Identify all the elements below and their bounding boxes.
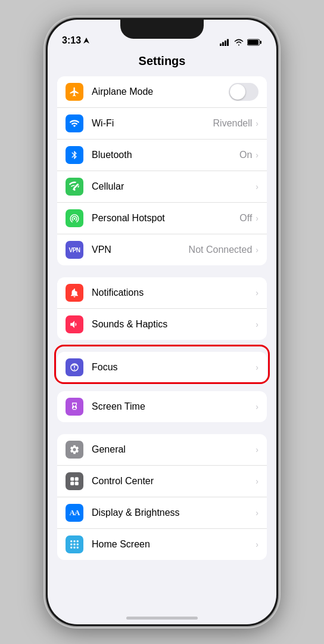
svg-rect-3 bbox=[225, 41, 226, 46]
status-time: 3:13 bbox=[62, 35, 89, 46]
svg-rect-2 bbox=[222, 42, 224, 47]
status-icons bbox=[220, 39, 262, 46]
focus-row[interactable]: Focus › bbox=[57, 352, 267, 383]
sounds-icon bbox=[66, 315, 83, 333]
control-center-chevron: › bbox=[256, 476, 258, 486]
screentime-chevron: › bbox=[256, 402, 258, 411]
time-display: 3:13 bbox=[62, 35, 81, 46]
svg-rect-15 bbox=[74, 540, 76, 542]
vpn-label: VPN bbox=[92, 244, 189, 255]
svg-rect-10 bbox=[70, 477, 74, 481]
bluetooth-chevron: › bbox=[256, 150, 258, 160]
notifications-row[interactable]: Notifications › bbox=[57, 277, 267, 309]
svg-rect-17 bbox=[70, 544, 72, 546]
sounds-chevron: › bbox=[256, 320, 258, 329]
airplane-mode-row[interactable]: Airplane Mode bbox=[57, 76, 267, 108]
svg-rect-21 bbox=[74, 547, 76, 549]
wifi-icon bbox=[66, 114, 83, 132]
svg-rect-7 bbox=[260, 41, 262, 44]
bluetooth-row[interactable]: Bluetooth On › bbox=[57, 140, 267, 171]
svg-rect-12 bbox=[70, 482, 74, 485]
wifi-status-icon bbox=[234, 39, 244, 46]
bluetooth-label: Bluetooth bbox=[92, 150, 239, 160]
display-chevron: › bbox=[256, 508, 258, 518]
settings-content: Settings Airplane Mode bbox=[48, 49, 276, 624]
svg-rect-4 bbox=[227, 39, 229, 47]
notifications-section: Notifications › Sounds & Haptics › bbox=[57, 277, 267, 340]
bluetooth-icon bbox=[66, 146, 83, 164]
control-center-row[interactable]: Control Center › bbox=[57, 466, 267, 497]
battery-icon bbox=[247, 39, 262, 46]
screentime-label: Screen Time bbox=[92, 401, 256, 412]
homescreen-label: Home Screen bbox=[92, 539, 256, 550]
control-center-icon bbox=[66, 472, 83, 490]
control-center-label: Control Center bbox=[92, 476, 256, 487]
hotspot-chevron: › bbox=[256, 213, 258, 223]
phone-screen: 3:13 bbox=[48, 20, 276, 624]
svg-rect-16 bbox=[77, 540, 79, 542]
svg-rect-6 bbox=[248, 40, 258, 45]
cellular-icon bbox=[66, 178, 83, 196]
svg-rect-1 bbox=[220, 44, 222, 46]
notifications-icon bbox=[66, 284, 83, 302]
home-indicator bbox=[126, 617, 198, 620]
wifi-value: Rivendell bbox=[213, 118, 253, 129]
svg-point-9 bbox=[75, 288, 79, 292]
hotspot-icon bbox=[66, 209, 83, 227]
svg-rect-13 bbox=[75, 482, 79, 485]
homescreen-row[interactable]: Home Screen › bbox=[57, 529, 267, 560]
cellular-chevron: › bbox=[256, 182, 258, 191]
focus-label: Focus bbox=[92, 362, 256, 373]
svg-rect-20 bbox=[70, 547, 72, 549]
general-icon bbox=[66, 441, 83, 459]
signal-icon bbox=[220, 39, 230, 46]
vpn-icon: VPN bbox=[66, 241, 83, 259]
phone-frame: 3:13 bbox=[46, 18, 278, 626]
system-section: General › Control Center › bbox=[57, 434, 267, 560]
svg-rect-18 bbox=[74, 544, 76, 546]
vpn-row[interactable]: VPN VPN Not Connected › bbox=[57, 234, 267, 265]
display-icon: AA bbox=[66, 504, 83, 522]
hotspot-value: Off bbox=[239, 213, 252, 224]
focus-icon bbox=[66, 358, 83, 376]
hotspot-label: Personal Hotspot bbox=[92, 213, 239, 224]
notifications-label: Notifications bbox=[92, 287, 256, 298]
general-row[interactable]: General › bbox=[57, 434, 267, 466]
display-label: Display & Brightness bbox=[92, 507, 256, 518]
svg-point-8 bbox=[74, 189, 76, 191]
airplane-label: Airplane Mode bbox=[92, 86, 229, 97]
notifications-chevron: › bbox=[256, 288, 258, 298]
screentime-icon bbox=[66, 398, 83, 416]
svg-rect-11 bbox=[75, 477, 79, 481]
general-label: General bbox=[92, 444, 256, 455]
focus-chevron: › bbox=[256, 363, 258, 372]
airplane-icon bbox=[66, 83, 83, 101]
general-chevron: › bbox=[256, 445, 258, 454]
homescreen-icon bbox=[66, 535, 83, 553]
connectivity-section: Airplane Mode Wi-Fi Rivendell › bbox=[57, 76, 267, 265]
airplane-toggle[interactable] bbox=[229, 83, 258, 101]
svg-rect-14 bbox=[70, 540, 72, 542]
page-title: Settings bbox=[48, 49, 276, 76]
sounds-row[interactable]: Sounds & Haptics › bbox=[57, 309, 267, 340]
vpn-chevron: › bbox=[256, 245, 258, 255]
bluetooth-value: On bbox=[239, 150, 252, 160]
svg-rect-19 bbox=[77, 544, 79, 546]
hotspot-row[interactable]: Personal Hotspot Off › bbox=[57, 203, 267, 234]
svg-rect-22 bbox=[77, 547, 79, 549]
vpn-value: Not Connected bbox=[189, 244, 253, 255]
wifi-label: Wi-Fi bbox=[92, 118, 213, 129]
svg-marker-0 bbox=[83, 38, 89, 44]
homescreen-chevron: › bbox=[256, 540, 258, 549]
notch bbox=[120, 20, 204, 39]
wifi-chevron: › bbox=[256, 119, 258, 128]
cellular-row[interactable]: Cellular › bbox=[57, 171, 267, 203]
screentime-row[interactable]: Screen Time › bbox=[57, 391, 267, 422]
wifi-row[interactable]: Wi-Fi Rivendell › bbox=[57, 108, 267, 140]
display-row[interactable]: AA Display & Brightness › bbox=[57, 497, 267, 529]
location-icon bbox=[83, 38, 89, 44]
cellular-label: Cellular bbox=[92, 181, 256, 192]
sounds-label: Sounds & Haptics bbox=[92, 319, 256, 330]
screentime-section: Screen Time › bbox=[57, 391, 267, 422]
